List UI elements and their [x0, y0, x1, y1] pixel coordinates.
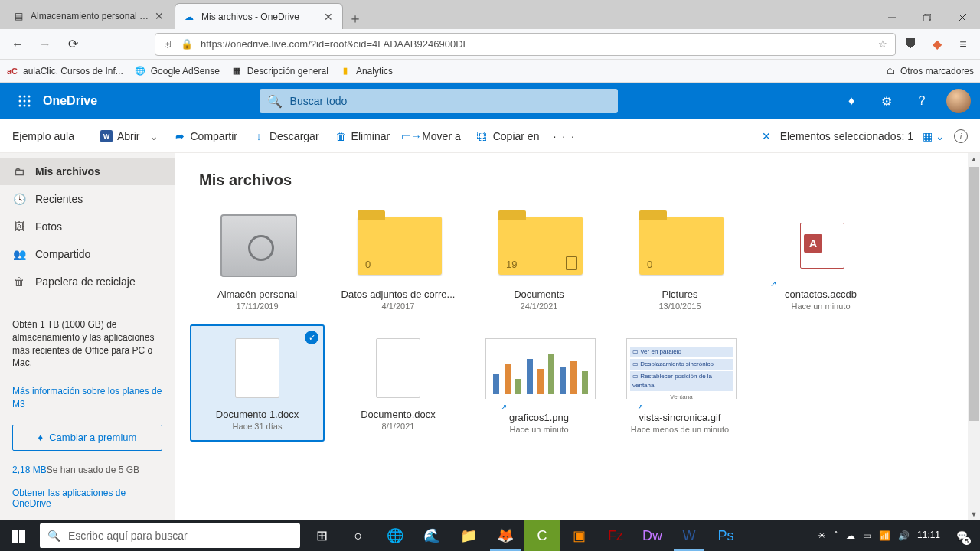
- app-launcher-button[interactable]: [9, 86, 40, 116]
- delete-button[interactable]: 🗑Eliminar: [327, 124, 398, 148]
- copy-icon: ⿻: [476, 130, 488, 142]
- back-button[interactable]: ←: [6, 33, 29, 56]
- file-tile-vault[interactable]: Almacén personal 17/11/2019: [190, 201, 325, 318]
- extension-icon[interactable]: ◆: [926, 34, 948, 55]
- share-button[interactable]: ➦Compartir: [166, 124, 245, 148]
- taskview-button[interactable]: ⊞: [303, 520, 340, 551]
- chrome-app-icon[interactable]: 🌐: [377, 520, 413, 551]
- premium-learn-more-link[interactable]: Más información sobre los planes de M3: [12, 386, 162, 409]
- selected-check-icon[interactable]: ✓: [305, 331, 318, 344]
- sidebar-item-recent[interactable]: 🕓Recientes: [0, 185, 175, 213]
- sidebar-item-recycle[interactable]: 🗑Papelera de reciclaje: [0, 268, 175, 295]
- download-icon: ↓: [253, 130, 265, 142]
- taskbar-search[interactable]: 🔍Escribe aquí para buscar: [40, 523, 300, 548]
- cancel-selection-icon[interactable]: ✕: [762, 130, 771, 142]
- main-content: Mis archivos Almacén personal 17/11/2019…: [175, 153, 980, 520]
- open-button[interactable]: WAbrir⌄: [93, 124, 166, 148]
- filezilla-app-icon[interactable]: Fz: [597, 520, 634, 551]
- people-icon: 👥: [12, 247, 26, 261]
- vertical-scrollbar[interactable]: ▲ ▼: [968, 153, 980, 520]
- download-button[interactable]: ↓Descargar: [245, 124, 327, 148]
- premium-diamond-icon[interactable]: ♦: [841, 90, 862, 112]
- window-restore-button[interactable]: [910, 6, 945, 29]
- storage-usage: 2,18 MBSe han usado de 5 GB: [0, 457, 175, 483]
- view-switcher[interactable]: ▦⌄: [923, 130, 945, 142]
- bookmark-item[interactable]: aCaulaClic. Cursos de Inf...: [6, 65, 123, 77]
- account-avatar[interactable]: [946, 89, 971, 113]
- bookmark-star-icon[interactable]: ☆: [878, 38, 887, 50]
- address-bar[interactable]: ⛨ 🔒 https://onedrive.live.com/?id=root&c…: [155, 33, 896, 56]
- svg-point-10: [28, 100, 31, 103]
- file-grid: Almacén personal 17/11/2019 0 Datos adju…: [175, 201, 980, 442]
- scroll-down-icon[interactable]: ▼: [968, 508, 980, 520]
- other-bookmarks-button[interactable]: 🗀Otros marcadores: [887, 66, 974, 77]
- upgrade-premium-button[interactable]: ♦Cambiar a premium: [12, 425, 162, 451]
- sidebar-item-myfiles[interactable]: 🗀Mis archivos: [0, 158, 175, 185]
- search-input[interactable]: [290, 95, 610, 107]
- weather-tray-icon[interactable]: ☀: [818, 530, 826, 541]
- file-tile-access[interactable]: ↗ contactos.accdb Hace un minuto: [753, 201, 888, 318]
- firefox-app-icon[interactable]: 🦊: [487, 520, 524, 551]
- file-tile-folder[interactable]: 19 Documents 24/1/2021: [472, 201, 606, 318]
- file-tile-folder[interactable]: 0 Datos adjuntos de corre... 4/1/2017: [331, 201, 466, 318]
- menu-icon[interactable]: ≡: [952, 34, 974, 55]
- google-icon: 🌐: [134, 65, 146, 77]
- explorer-app-icon[interactable]: 📁: [450, 520, 487, 551]
- file-tile-folder[interactable]: 0 Pictures 13/10/2015: [612, 201, 747, 318]
- reload-button[interactable]: ⟳: [61, 33, 84, 56]
- battery-tray-icon[interactable]: ▭: [863, 530, 871, 541]
- close-icon[interactable]: ✕: [322, 11, 335, 23]
- bookmark-item[interactable]: ▮Analytics: [339, 65, 393, 77]
- file-tile-image[interactable]: ↗ graficos1.png Hace un minuto: [472, 324, 606, 442]
- photoshop-app-icon[interactable]: Ps: [707, 520, 744, 551]
- search-box[interactable]: 🔍: [260, 89, 618, 113]
- more-actions-button[interactable]: · · ·: [547, 124, 581, 148]
- onedrive-tray-icon[interactable]: ☁: [846, 530, 855, 541]
- file-tile-doc[interactable]: Documento.docx 8/1/2021: [331, 324, 466, 442]
- sidebar-item-shared[interactable]: 👥Compartido: [0, 240, 175, 268]
- sublime-app-icon[interactable]: ▣: [560, 520, 597, 551]
- forward-button[interactable]: →: [34, 33, 57, 56]
- shared-indicator-icon: ↗: [501, 403, 507, 411]
- svg-point-12: [24, 105, 26, 107]
- taskbar-clock[interactable]: 11:11: [917, 530, 943, 540]
- wifi-tray-icon[interactable]: 📶: [879, 530, 890, 541]
- browser-tab[interactable]: ☁ Mis archivos - OneDrive ✕: [175, 3, 343, 29]
- new-tab-button[interactable]: ＋: [345, 8, 366, 29]
- bookmark-item[interactable]: 🌐Google AdSense: [134, 65, 220, 77]
- pocket-icon[interactable]: ⛊: [900, 34, 922, 55]
- move-button[interactable]: ▭→Mover a: [397, 124, 469, 148]
- details-pane-button[interactable]: i: [954, 129, 968, 143]
- svg-point-7: [28, 96, 31, 98]
- get-apps-link[interactable]: Obtener las aplicaciones de OneDrive: [12, 487, 126, 509]
- shield-icon[interactable]: ⛨: [163, 38, 173, 50]
- file-tile-image[interactable]: ▭ Ver en paralelo ▭ Desplazamiento sincr…: [612, 324, 747, 442]
- volume-tray-icon[interactable]: 🔊: [898, 530, 910, 541]
- window-close-button[interactable]: [945, 6, 980, 29]
- close-icon[interactable]: ✕: [153, 10, 165, 22]
- help-icon[interactable]: ?: [911, 90, 933, 112]
- access-file-icon: [800, 223, 844, 269]
- cortana-button[interactable]: ○: [340, 520, 377, 551]
- bookmark-item[interactable]: ▦Descripción general: [230, 65, 328, 77]
- onedrive-brand[interactable]: OneDrive: [43, 94, 97, 108]
- chevron-down-icon[interactable]: ⌄: [149, 130, 158, 142]
- browser-tab[interactable]: ▤ Almacenamiento personal en la ... ✕: [5, 3, 173, 29]
- edge-app-icon[interactable]: 🌊: [413, 520, 450, 551]
- browser-tab-strip: ▤ Almacenamiento personal en la ... ✕ ☁ …: [0, 0, 980, 29]
- scroll-up-icon[interactable]: ▲: [968, 153, 980, 165]
- file-tile-doc[interactable]: ✓ Documento 1.docx Hace 31 días: [190, 324, 325, 442]
- tray-chevron-icon[interactable]: ˄: [834, 530, 838, 541]
- window-minimize-button[interactable]: [874, 6, 910, 29]
- start-button[interactable]: [0, 520, 37, 551]
- sidebar-item-photos[interactable]: 🖼Fotos: [0, 213, 175, 240]
- camtasia-app-icon[interactable]: C: [524, 520, 560, 551]
- chevron-down-icon: ⌄: [936, 130, 945, 142]
- copy-button[interactable]: ⿻Copiar en: [469, 124, 547, 148]
- word-app-icon[interactable]: W: [671, 520, 707, 551]
- scrollbar-thumb[interactable]: [969, 167, 979, 421]
- dreamweaver-app-icon[interactable]: Dw: [634, 520, 671, 551]
- lock-icon[interactable]: 🔒: [181, 38, 193, 50]
- action-center-button[interactable]: 💬5: [951, 525, 972, 546]
- settings-gear-icon[interactable]: ⚙: [876, 90, 897, 112]
